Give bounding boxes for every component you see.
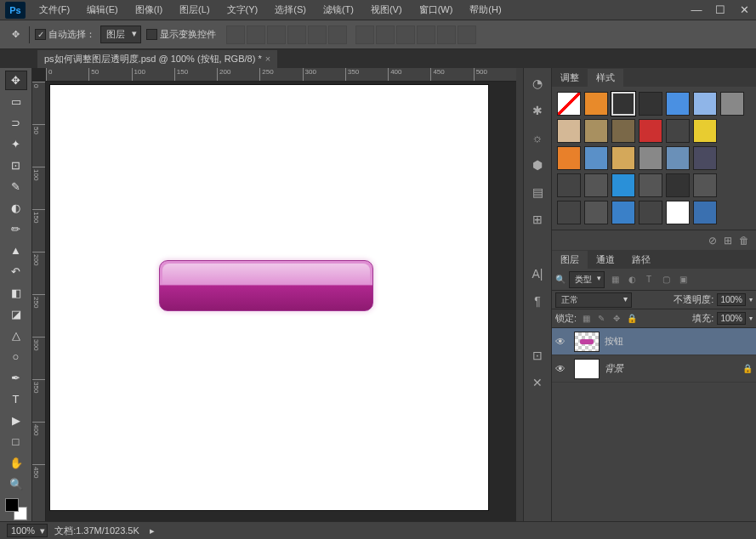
blur-tool[interactable]: △ xyxy=(5,326,27,345)
menu-image[interactable]: 图像(I) xyxy=(127,0,171,20)
filter-adjust-icon[interactable]: ◐ xyxy=(625,273,639,287)
layer-name[interactable]: 按钮 xyxy=(605,335,753,348)
history-panel-icon[interactable]: ◔ xyxy=(529,75,546,92)
style-swatch[interactable] xyxy=(584,146,608,170)
eraser-tool[interactable]: ◧ xyxy=(5,283,27,303)
visibility-eye-icon[interactable]: 👁 xyxy=(555,363,569,375)
visibility-eye-icon[interactable]: 👁 xyxy=(555,336,569,348)
close-button[interactable]: ✕ xyxy=(732,0,756,20)
style-swatch[interactable] xyxy=(693,92,717,116)
style-swatch[interactable] xyxy=(584,92,608,116)
style-swatch[interactable] xyxy=(666,146,690,170)
ruler-vertical[interactable]: 0 50 100 150 200 250 300 350 400 450 xyxy=(32,82,46,521)
style-swatch[interactable] xyxy=(611,119,635,143)
layer-thumbnail[interactable] xyxy=(574,332,600,352)
distribute-left-icon[interactable] xyxy=(417,26,435,44)
style-swatch[interactable] xyxy=(693,119,717,143)
styles-delete-icon[interactable]: 🗑 xyxy=(739,235,749,247)
style-swatch[interactable] xyxy=(611,92,635,116)
menu-filter[interactable]: 滤镜(T) xyxy=(315,0,362,20)
canvas-button-shape[interactable] xyxy=(159,260,373,311)
canvas[interactable] xyxy=(50,85,488,510)
lock-trans-icon[interactable]: ▦ xyxy=(580,313,592,325)
paths-tab[interactable]: 路径 xyxy=(623,251,659,269)
layer-thumbnail[interactable] xyxy=(574,359,600,379)
history-brush-tool[interactable]: ↶ xyxy=(5,262,27,281)
layer-row[interactable]: 👁 按钮 xyxy=(552,328,756,355)
brushes-panel-icon[interactable]: ▤ xyxy=(529,184,546,201)
healing-brush-tool[interactable]: ◐ xyxy=(5,198,27,218)
opacity-input[interactable]: 100% xyxy=(717,293,746,306)
zoom-tool[interactable]: 🔍 xyxy=(5,474,27,494)
move-tool[interactable]: ✥ xyxy=(5,71,27,90)
ruler-horizontal[interactable]: 0 50 100 150 200 250 300 350 400 450 500 xyxy=(46,68,516,82)
distribute-vcenter-icon[interactable] xyxy=(376,26,395,44)
type-tool[interactable]: T xyxy=(5,389,27,409)
menu-layer[interactable]: 图层(L) xyxy=(171,0,218,20)
pen-tool[interactable]: ✒ xyxy=(5,368,27,388)
lasso-tool[interactable]: ⊃ xyxy=(5,113,27,133)
auto-select-target-dropdown[interactable]: 图层 xyxy=(100,26,141,43)
style-swatch[interactable] xyxy=(584,201,608,224)
style-swatch[interactable] xyxy=(584,173,608,197)
style-swatch[interactable] xyxy=(693,173,717,197)
blend-mode-dropdown[interactable]: 正常 xyxy=(555,292,632,308)
style-swatch[interactable] xyxy=(666,173,690,197)
minimize-button[interactable]: — xyxy=(685,0,708,20)
tab-close-icon[interactable]: × xyxy=(265,54,270,64)
color-swatches[interactable] xyxy=(5,498,27,520)
info-panel-icon[interactable]: ✕ xyxy=(529,374,546,391)
style-swatch[interactable] xyxy=(639,92,662,116)
style-swatch[interactable] xyxy=(666,201,690,224)
layer-name[interactable]: 背景 xyxy=(605,362,737,375)
style-swatch[interactable] xyxy=(639,201,662,224)
style-swatch[interactable] xyxy=(557,146,581,170)
style-swatch[interactable] xyxy=(693,201,717,224)
menu-type[interactable]: 文字(Y) xyxy=(219,0,267,20)
filter-shape-icon[interactable]: ▢ xyxy=(659,273,673,287)
rectangle-tool[interactable]: □ xyxy=(5,432,27,451)
style-swatch[interactable] xyxy=(639,146,662,170)
distribute-hcenter-icon[interactable] xyxy=(437,26,456,44)
style-swatch[interactable] xyxy=(720,92,744,116)
align-hcenter-icon[interactable] xyxy=(308,26,327,44)
zoom-dropdown[interactable]: 100% xyxy=(7,524,48,537)
style-swatch[interactable] xyxy=(666,119,690,143)
adjustments-tab[interactable]: 调整 xyxy=(552,69,588,87)
layers-tab[interactable]: 图层 xyxy=(552,251,588,269)
style-swatch[interactable] xyxy=(639,173,662,197)
menu-window[interactable]: 窗口(W) xyxy=(411,0,462,20)
maximize-button[interactable]: ☐ xyxy=(708,0,732,20)
lock-all-icon[interactable]: 🔒 xyxy=(626,313,638,325)
align-vcenter-icon[interactable] xyxy=(247,26,265,44)
distribute-top-icon[interactable] xyxy=(355,26,374,44)
align-top-icon[interactable] xyxy=(226,26,245,44)
eyedropper-tool[interactable]: ✎ xyxy=(5,177,27,196)
navigator-panel-icon[interactable]: ⊡ xyxy=(529,347,546,364)
properties-panel-icon[interactable]: ☼ xyxy=(529,129,546,146)
crop-tool[interactable]: ⊡ xyxy=(5,156,27,175)
distribute-bottom-icon[interactable] xyxy=(396,26,415,44)
path-select-tool[interactable]: ▶ xyxy=(5,411,27,430)
stamp-tool[interactable]: ▲ xyxy=(5,241,27,260)
fill-input[interactable]: 100% xyxy=(717,312,746,325)
menu-select[interactable]: 选择(S) xyxy=(266,0,315,20)
style-swatch[interactable] xyxy=(557,201,581,224)
fg-color-swatch[interactable] xyxy=(5,498,19,512)
layer-kind-dropdown[interactable]: 类型 xyxy=(569,271,605,288)
style-swatch[interactable] xyxy=(557,173,581,197)
magic-wand-tool[interactable]: ✦ xyxy=(5,134,27,154)
styles-new-icon[interactable]: ⊞ xyxy=(724,235,732,247)
document-tab[interactable]: ps如何调整图层透明度.psd @ 100% (按钮, RGB/8) * × xyxy=(37,50,277,68)
dodge-tool[interactable]: ○ xyxy=(5,347,27,366)
channels-tab[interactable]: 通道 xyxy=(588,251,623,269)
style-swatch[interactable] xyxy=(693,146,717,170)
style-swatch[interactable] xyxy=(611,146,635,170)
marquee-tool[interactable]: ▭ xyxy=(5,92,27,111)
menu-file[interactable]: 文件(F) xyxy=(31,0,78,20)
style-swatch[interactable] xyxy=(557,92,581,116)
menu-help[interactable]: 帮助(H) xyxy=(461,0,509,20)
lock-image-icon[interactable]: ✎ xyxy=(595,313,607,325)
paragraph-panel-icon[interactable]: ¶ xyxy=(529,292,546,309)
style-swatch[interactable] xyxy=(611,173,635,197)
